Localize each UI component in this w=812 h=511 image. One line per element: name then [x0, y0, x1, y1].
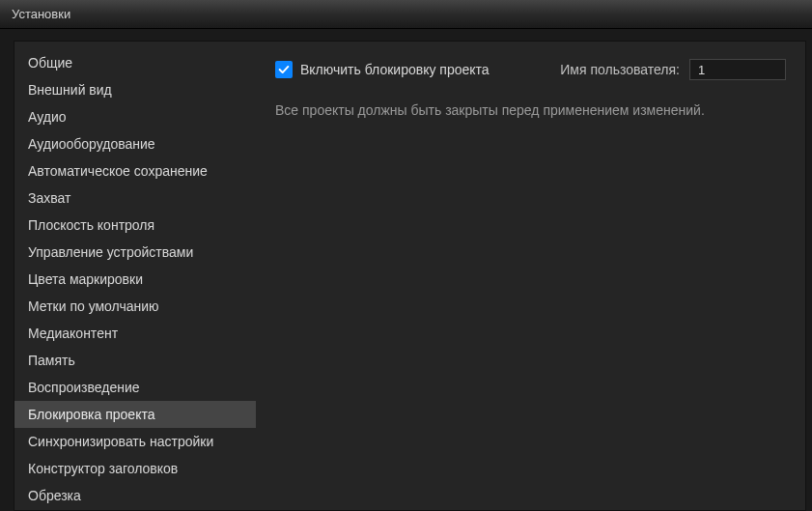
sidebar-item-label: Цвета маркировки: [28, 271, 143, 287]
enable-lock-checkbox[interactable]: [275, 61, 293, 78]
sidebar-item-6[interactable]: Плоскость контроля: [14, 212, 256, 239]
sidebar-item-label: Блокировка проекта: [28, 407, 154, 422]
window-title: Установки: [12, 7, 70, 21]
sidebar-item-5[interactable]: Захват: [14, 185, 256, 212]
sidebar-item-label: Воспроизведение: [28, 380, 140, 395]
checkmark-icon: [277, 63, 291, 76]
sidebar-item-0[interactable]: Общие: [14, 49, 256, 76]
enable-lock-row: Включить блокировку проекта Имя пользова…: [275, 59, 786, 80]
enable-lock-label: Включить блокировку проекта: [300, 62, 490, 77]
sidebar-item-7[interactable]: Управление устройствами: [14, 239, 256, 266]
sidebar-item-label: Внешний вид: [28, 82, 112, 98]
sidebar-item-15[interactable]: Конструктор заголовков: [14, 455, 256, 482]
sidebar-item-label: Аудиооборудование: [28, 136, 155, 152]
info-text: Все проекты должны быть закрыты перед пр…: [275, 101, 786, 121]
username-input[interactable]: [689, 59, 786, 80]
titlebar[interactable]: Установки: [0, 0, 812, 29]
settings-window: Установки ОбщиеВнешний видАудиоАудиообор…: [0, 0, 812, 511]
sidebar-item-label: Управление устройствами: [28, 244, 193, 260]
sidebar-item-2[interactable]: Аудио: [14, 103, 256, 130]
settings-panel: Включить блокировку проекта Имя пользова…: [256, 42, 805, 510]
sidebar-item-11[interactable]: Память: [14, 347, 256, 374]
sidebar-item-10[interactable]: Медиаконтент: [14, 320, 256, 347]
sidebar-item-label: Захват: [28, 190, 70, 206]
sidebar-item-label: Аудио: [28, 109, 67, 125]
sidebar-item-label: Обрезка: [28, 488, 81, 503]
sidebar-item-14[interactable]: Синхронизировать настройки: [14, 428, 256, 455]
sidebar-item-1[interactable]: Внешний вид: [14, 76, 256, 103]
sidebar-item-9[interactable]: Метки по умолчанию: [14, 293, 256, 320]
enable-lock-checkbox-wrap[interactable]: Включить блокировку проекта: [275, 61, 490, 78]
sidebar-item-label: Плоскость контроля: [28, 217, 154, 233]
sidebar-item-label: Память: [28, 353, 75, 368]
sidebar-item-16[interactable]: Обрезка: [14, 482, 256, 509]
sidebar-item-label: Автоматическое сохранение: [28, 163, 208, 179]
settings-sidebar: ОбщиеВнешний видАудиоАудиооборудованиеАв…: [14, 42, 256, 510]
sidebar-item-label: Конструктор заголовков: [28, 461, 178, 476]
sidebar-item-4[interactable]: Автоматическое сохранение: [14, 157, 256, 185]
sidebar-item-label: Метки по умолчанию: [28, 298, 159, 314]
sidebar-item-8[interactable]: Цвета маркировки: [14, 266, 256, 293]
sidebar-item-12[interactable]: Воспроизведение: [14, 374, 256, 401]
sidebar-item-label: Общие: [28, 55, 72, 71]
username-label: Имя пользователя:: [560, 62, 680, 77]
sidebar-item-3[interactable]: Аудиооборудование: [14, 130, 256, 157]
content-frame: ОбщиеВнешний видАудиоАудиооборудованиеАв…: [14, 41, 806, 511]
sidebar-item-label: Синхронизировать настройки: [28, 434, 213, 449]
sidebar-item-label: Медиаконтент: [28, 326, 118, 341]
sidebar-item-13[interactable]: Блокировка проекта: [14, 401, 256, 428]
